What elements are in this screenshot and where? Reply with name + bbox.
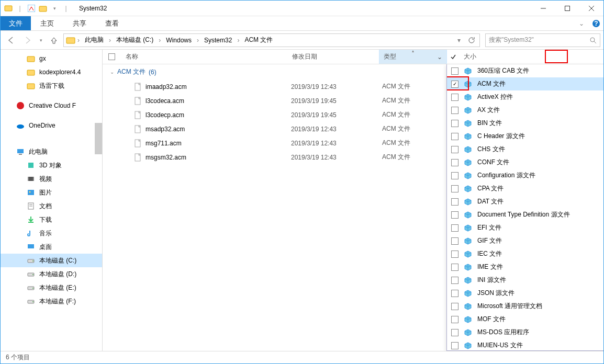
sidebar-item-thispc[interactable]: 此电脑 bbox=[1, 145, 102, 158]
filter-checkbox[interactable] bbox=[451, 316, 458, 323]
filter-item[interactable]: BIN 文件 bbox=[447, 117, 603, 130]
minimize-button[interactable] bbox=[531, 1, 555, 16]
sidebar-item[interactable]: 3D 对象 bbox=[1, 158, 102, 172]
column-filter-check[interactable] bbox=[447, 50, 460, 64]
help-icon[interactable]: ? bbox=[589, 16, 603, 30]
crumb-c[interactable]: 本地磁盘 (C:) bbox=[113, 34, 156, 47]
crumb-system32[interactable]: System32 bbox=[201, 34, 235, 47]
filter-item[interactable]: Document Type Definition 源文件 bbox=[447, 208, 603, 221]
ribbon-tab-home[interactable]: 主页 bbox=[31, 16, 63, 30]
sidebar-item[interactable]: 本地磁盘 (C:) bbox=[1, 254, 102, 267]
filter-item[interactable]: 360压缩 CAB 文件 bbox=[447, 64, 603, 77]
filter-item[interactable]: Microsoft 通用管理文档 bbox=[447, 300, 603, 313]
filter-item[interactable]: DAT 文件 bbox=[447, 195, 603, 208]
close-button[interactable] bbox=[579, 1, 603, 16]
filter-checkbox[interactable] bbox=[451, 133, 458, 140]
filter-item[interactable]: INI 源文件 bbox=[447, 274, 603, 287]
filter-item[interactable]: MS-DOS 应用程序 bbox=[447, 326, 603, 339]
sidebar-item[interactable]: gx bbox=[1, 52, 102, 65]
sidebar-item[interactable]: 本地磁盘 (D:) bbox=[1, 267, 102, 281]
sidebar-item[interactable]: 文档 bbox=[1, 199, 102, 213]
crumb-windows[interactable]: Windows bbox=[163, 34, 195, 47]
filter-checkbox[interactable] bbox=[451, 264, 458, 271]
column-date[interactable]: 修改日期 bbox=[288, 50, 379, 64]
type-filter-dropdown-icon[interactable]: ⌄ bbox=[437, 53, 442, 61]
chevron-right-icon[interactable]: › bbox=[108, 37, 112, 44]
column-size[interactable]: 大小 bbox=[460, 50, 491, 64]
ribbon-file-tab[interactable]: 文件 bbox=[1, 16, 31, 30]
filter-checkbox[interactable] bbox=[451, 342, 458, 349]
qat-dropdown-icon[interactable]: ▾ bbox=[49, 3, 60, 14]
chevron-right-icon[interactable]: › bbox=[76, 37, 81, 44]
sidebar-item[interactable]: 图片 bbox=[1, 186, 102, 199]
filter-item[interactable]: EFI 文件 bbox=[447, 221, 603, 234]
chevron-right-icon[interactable]: › bbox=[236, 37, 240, 44]
crumb-thispc[interactable]: 此电脑 bbox=[82, 34, 107, 47]
filter-checkbox[interactable] bbox=[451, 159, 458, 166]
address-bar[interactable]: › 此电脑 › 本地磁盘 (C:) › Windows › System32 ›… bbox=[63, 33, 480, 47]
filter-checkbox[interactable] bbox=[451, 198, 458, 206]
filter-checkbox[interactable] bbox=[451, 251, 458, 258]
sidebar-item[interactable]: Creative Cloud F bbox=[1, 99, 102, 112]
search-input[interactable]: 搜索"System32" bbox=[485, 33, 600, 47]
filter-item[interactable]: CPA 文件 bbox=[447, 182, 603, 195]
content-area: 名称 修改日期 ▴ 类型 ⌄ 大小 ⌄ ACM 文件 (6) imaadp32.… bbox=[103, 50, 603, 351]
filter-checkbox[interactable] bbox=[451, 290, 458, 297]
filter-checkbox[interactable] bbox=[451, 94, 458, 101]
chevron-right-icon[interactable]: › bbox=[158, 37, 162, 44]
filter-item[interactable]: MOF 文件 bbox=[447, 313, 603, 326]
ribbon-tab-view[interactable]: 查看 bbox=[96, 16, 128, 30]
filter-item[interactable]: IEC 文件 bbox=[447, 247, 603, 260]
sidebar-item[interactable]: 视频 bbox=[1, 172, 102, 186]
filter-checkbox[interactable] bbox=[451, 277, 458, 284]
filter-item[interactable]: AX 文件 bbox=[447, 104, 603, 117]
filter-checkbox[interactable] bbox=[451, 211, 458, 219]
column-checkbox[interactable] bbox=[103, 50, 121, 64]
scrollbar-thumb[interactable] bbox=[95, 123, 102, 154]
up-button[interactable] bbox=[47, 33, 61, 48]
filter-checkbox[interactable] bbox=[451, 172, 458, 179]
filter-checkbox[interactable] bbox=[451, 67, 458, 75]
qat-properties-icon[interactable] bbox=[26, 3, 37, 14]
column-name[interactable]: 名称 bbox=[121, 50, 288, 64]
filter-item[interactable]: CONF 文件 bbox=[447, 156, 603, 169]
sidebar-item[interactable]: 桌面 bbox=[1, 240, 102, 254]
qat-folder-icon[interactable] bbox=[37, 3, 49, 14]
filter-item[interactable]: CHS 文件 bbox=[447, 143, 603, 156]
filter-item[interactable]: ACM 文件 bbox=[447, 77, 603, 90]
address-dropdown-icon[interactable]: ▾ bbox=[453, 37, 465, 44]
filter-item[interactable]: GIF 文件 bbox=[447, 234, 603, 247]
column-type[interactable]: ▴ 类型 ⌄ bbox=[379, 50, 447, 64]
filter-item[interactable]: Configuration 源文件 bbox=[447, 169, 603, 182]
sidebar-item[interactable]: OneDrive bbox=[1, 119, 102, 132]
filter-checkbox[interactable] bbox=[451, 107, 458, 114]
filter-item[interactable]: C Header 源文件 bbox=[447, 130, 603, 143]
sidebar-item[interactable]: 本地磁盘 (E:) bbox=[1, 281, 102, 294]
sidebar-item[interactable]: kodexplorer4.4 bbox=[1, 65, 102, 79]
sidebar-item[interactable]: 音乐 bbox=[1, 226, 102, 240]
maximize-button[interactable] bbox=[555, 1, 579, 16]
ribbon-expand-icon[interactable]: ⌄ bbox=[574, 16, 589, 30]
filter-item[interactable]: MUIEN-US 文件 bbox=[447, 339, 603, 351]
chevron-right-icon[interactable]: › bbox=[196, 37, 200, 44]
filter-checkbox[interactable] bbox=[451, 224, 458, 232]
filter-checkbox[interactable] bbox=[451, 329, 458, 336]
back-button[interactable] bbox=[4, 33, 18, 48]
sidebar-item[interactable]: 迅雷下载 bbox=[1, 79, 102, 93]
forward-button[interactable] bbox=[20, 33, 35, 48]
filter-checkbox[interactable] bbox=[451, 120, 458, 127]
sidebar-item[interactable]: 本地磁盘 (F:) bbox=[1, 294, 102, 308]
crumb-acm[interactable]: ACM 文件 bbox=[241, 34, 276, 47]
chevron-down-icon: ⌄ bbox=[110, 69, 114, 75]
ribbon-tab-share[interactable]: 共享 bbox=[63, 16, 96, 30]
filter-checkbox[interactable] bbox=[451, 237, 458, 245]
refresh-icon[interactable] bbox=[466, 37, 477, 44]
filter-checkbox[interactable] bbox=[451, 146, 458, 153]
sidebar-item[interactable]: 下载 bbox=[1, 213, 102, 226]
filter-item[interactable]: JSON 源文件 bbox=[447, 287, 603, 300]
filter-item[interactable]: ActiveX 控件 bbox=[447, 90, 603, 104]
filter-checkbox[interactable] bbox=[451, 303, 458, 310]
filter-checkbox[interactable] bbox=[451, 185, 458, 192]
filter-item[interactable]: IME 文件 bbox=[447, 260, 603, 274]
recent-dropdown-icon[interactable]: ▾ bbox=[37, 33, 44, 48]
